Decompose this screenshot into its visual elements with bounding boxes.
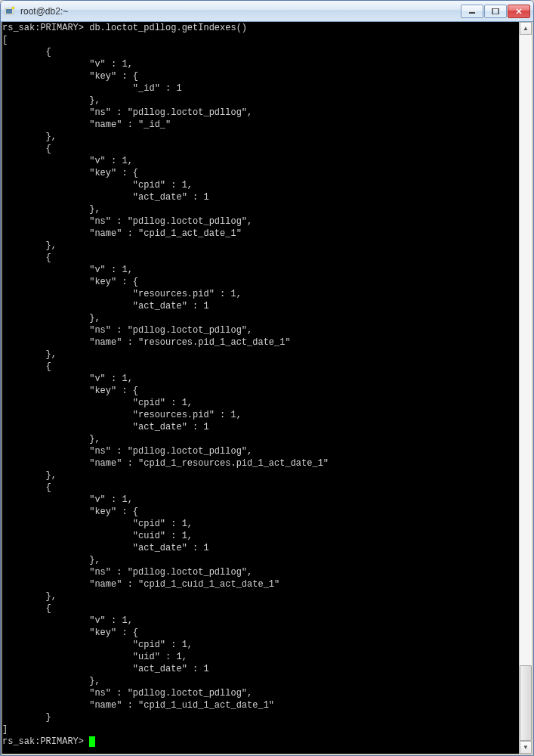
scroll-down-arrow[interactable]: ▼ [520,741,532,754]
scrollbar: ▲ ▼ [519,22,532,754]
maximize-button[interactable] [484,5,507,18]
terminal-cursor [89,736,95,747]
close-button[interactable] [508,5,530,18]
scroll-track[interactable] [520,35,532,741]
svg-rect-4 [492,8,499,14]
window-title: root@db2:~ [20,6,461,17]
minimize-button[interactable] [461,5,483,18]
svg-rect-2 [12,7,14,9]
titlebar[interactable]: root@db2:~ [1,1,533,22]
terminal-area: rs_sak:PRIMARY> db.loctot_pdllog.getInde… [1,22,533,755]
svg-rect-3 [469,12,475,14]
window-controls [461,5,530,18]
terminal-output[interactable]: rs_sak:PRIMARY> db.loctot_pdllog.getInde… [2,22,519,754]
scroll-thumb[interactable] [520,665,532,741]
scroll-up-arrow[interactable]: ▲ [520,22,532,35]
svg-rect-1 [6,9,12,14]
putty-window: root@db2:~ rs_sak:PRIMARY> db.loctot_pdl… [0,0,534,756]
putty-icon [4,5,16,17]
